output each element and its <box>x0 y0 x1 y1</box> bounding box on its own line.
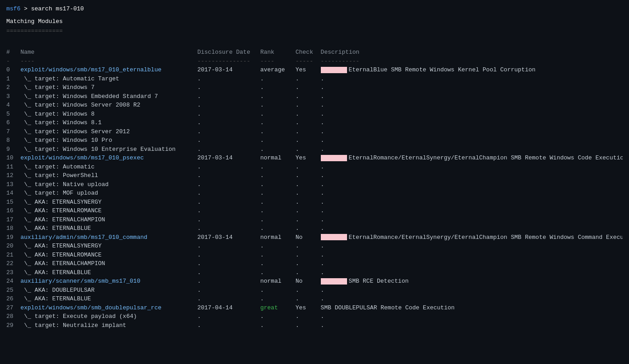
col-header-rank: Rank <box>260 48 296 57</box>
cell-date: . <box>197 206 260 215</box>
cell-desc: . <box>321 110 623 119</box>
cell-date: . <box>197 189 260 198</box>
highlight-badge <box>321 67 347 73</box>
table-row: 9\_ target: Windows 10 Enterprise Evalua… <box>6 145 623 154</box>
cell-desc: . <box>321 321 623 330</box>
cell-check: . <box>296 92 321 101</box>
cell-name: \_ target: Automatic <box>20 163 197 172</box>
cell-check: . <box>296 101 321 110</box>
cell-date: . <box>197 110 260 119</box>
table-row: 6\_ target: Windows 8.1.... <box>6 118 623 127</box>
cell-date: . <box>197 127 260 136</box>
cell-desc: EternalRomance/EternalSynergy/EternalCha… <box>321 154 623 163</box>
cell-num: 19 <box>6 233 20 242</box>
prompt-arrow: > <box>24 5 31 12</box>
col-sep-name: ---- <box>20 57 197 66</box>
table-row: 7\_ target: Windows Server 2012.... <box>6 127 623 136</box>
cell-check: . <box>296 127 321 136</box>
cell-rank: . <box>260 259 296 268</box>
table-row: 22\_ AKA: ETERNALCHAMPION.... <box>6 259 623 268</box>
cell-rank: . <box>260 136 296 145</box>
cell-rank: . <box>260 83 296 92</box>
cell-date: . <box>197 180 260 189</box>
section-underline: ================ <box>6 27 623 36</box>
cell-date: . <box>197 286 260 295</box>
cell-rank: . <box>260 110 296 119</box>
cell-check: Yes <box>296 303 321 313</box>
cell-name: \_ AKA: ETERNALROMANCE <box>20 206 197 215</box>
cell-date: . <box>197 198 260 207</box>
cell-num: 17 <box>6 215 20 224</box>
cell-desc: EternalRomance/EternalSynergy/EternalCha… <box>321 233 623 242</box>
cell-date: . <box>197 92 260 101</box>
cell-desc: . <box>321 92 623 101</box>
cell-name: \_ AKA: ETERNALROMANCE <box>20 251 197 260</box>
cell-name: \_ AKA: DOUBLEPULSAR <box>20 286 197 295</box>
cell-name: \_ AKA: ETERNALSYNERGY <box>20 242 197 251</box>
cell-name: \_ target: MOF upload <box>20 189 197 198</box>
cell-rank: normal <box>260 277 296 286</box>
cell-desc: . <box>321 171 623 180</box>
cell-rank: . <box>260 224 296 233</box>
table-row: 11\_ target: Automatic.... <box>6 163 623 172</box>
table-row: 19auxiliary/admin/smb/ms17_010_command20… <box>6 233 623 242</box>
cell-desc: . <box>321 75 623 84</box>
cell-check: . <box>296 171 321 180</box>
cell-date: . <box>197 268 260 277</box>
col-header-check: Check <box>296 48 321 57</box>
cell-name: \_ target: Windows Server 2012 <box>20 127 197 136</box>
cell-date: . <box>197 321 260 330</box>
table-row: 18\_ AKA: ETERNALBLUE.... <box>6 224 623 233</box>
cell-num: 2 <box>6 83 20 92</box>
prompt-line: msf6 > search ms17-010 <box>6 5 623 14</box>
prompt-msf: msf6 <box>6 5 20 12</box>
cell-check: . <box>296 83 321 92</box>
cell-rank: . <box>260 171 296 180</box>
cell-num: 0 <box>6 65 20 75</box>
cell-rank: average <box>260 65 296 75</box>
cell-desc: . <box>321 163 623 172</box>
cell-date: . <box>197 215 260 224</box>
table-row: 4\_ target: Windows Server 2008 R2.... <box>6 101 623 110</box>
table-row: 0exploit/windows/smb/ms17_010_eternalblu… <box>6 65 623 75</box>
cell-check: . <box>296 321 321 330</box>
cell-num: 14 <box>6 189 20 198</box>
cell-check: . <box>296 189 321 198</box>
cell-desc: EternalBlue SMB Remote Windows Kernel Po… <box>321 65 623 75</box>
cell-name: \_ AKA: ETERNALCHAMPION <box>20 259 197 268</box>
cell-num: 23 <box>6 268 20 277</box>
table-row: 12\_ target: PowerShell.... <box>6 171 623 180</box>
col-sep-num: - <box>6 57 20 66</box>
cell-rank: . <box>260 180 296 189</box>
cell-desc: . <box>321 206 623 215</box>
cell-date: . <box>197 224 260 233</box>
cell-date: . <box>197 259 260 268</box>
cell-check: . <box>296 75 321 84</box>
cell-name: \_ AKA: ETERNALCHAMPION <box>20 215 197 224</box>
col-sep-desc: ----------- <box>321 57 623 66</box>
cell-num: 8 <box>6 136 20 145</box>
cell-name: \_ target: Windows Server 2008 R2 <box>20 101 197 110</box>
cell-desc: . <box>321 251 623 260</box>
cell-date: . <box>197 75 260 84</box>
cell-check: . <box>296 224 321 233</box>
cell-desc: . <box>321 83 623 92</box>
cell-check: . <box>296 206 321 215</box>
col-header-desc: Description <box>321 48 623 57</box>
cell-rank: . <box>260 118 296 127</box>
cell-name: \_ AKA: ETERNALSYNERGY <box>20 198 197 207</box>
cell-desc: SMB RCE Detection <box>321 277 623 286</box>
cell-name: \_ target: Execute payload (x64) <box>20 312 197 321</box>
cell-check: . <box>296 286 321 295</box>
cell-name: \_ target: PowerShell <box>20 171 197 180</box>
cell-check: Yes <box>296 65 321 75</box>
table-row: 29\_ target: Neutralize implant.... <box>6 321 623 330</box>
cell-num: 13 <box>6 180 20 189</box>
cell-check: . <box>296 198 321 207</box>
table-row: 26\_ AKA: ETERNALBLUE.... <box>6 294 623 303</box>
cell-desc: . <box>321 294 623 303</box>
cell-rank: . <box>260 215 296 224</box>
cell-desc: . <box>321 312 623 321</box>
cell-num: 15 <box>6 198 20 207</box>
table-header-row: # Name Disclosure Date Rank Check Descri… <box>6 48 623 57</box>
